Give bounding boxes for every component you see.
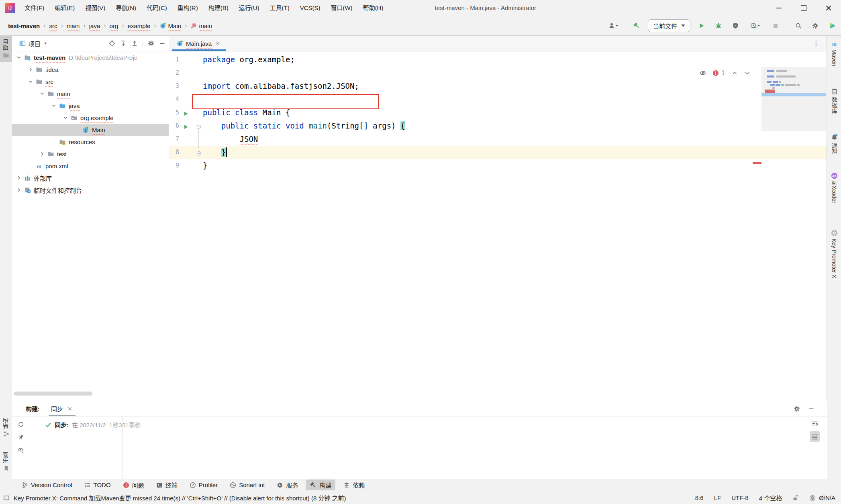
filter-view-button[interactable] <box>18 447 24 453</box>
menu-item-10[interactable]: 窗口(W) <box>325 0 357 16</box>
aixcoder-status-widget[interactable]: Ø/N/A <box>809 494 835 501</box>
fold-marker[interactable] <box>196 123 202 130</box>
breadcrumb-Main[interactable]: cMain <box>160 22 182 29</box>
menu-item-0[interactable]: 文件(F) <box>19 0 49 16</box>
close-window-button[interactable] <box>816 0 841 16</box>
breadcrumb-java[interactable]: java <box>89 22 100 29</box>
ai-plugin-button[interactable] <box>827 20 838 31</box>
hide-build-panel-button[interactable] <box>808 406 814 412</box>
build-project-button[interactable] <box>631 20 642 31</box>
panel-divider[interactable] <box>122 416 123 480</box>
breadcrumb-main[interactable]: mmain <box>190 22 212 29</box>
tree-chevron[interactable] <box>14 187 23 193</box>
tree-item-外部库[interactable]: 外部库 <box>12 172 169 184</box>
horizontal-scrollbar[interactable] <box>14 392 92 396</box>
profile-user-button[interactable] <box>608 20 619 31</box>
hide-panel-button[interactable] <box>159 40 165 47</box>
close-tab-button[interactable] <box>214 40 221 47</box>
tree-chevron[interactable] <box>26 79 35 84</box>
tree-chevron[interactable] <box>49 103 58 108</box>
minimize-button[interactable] <box>766 0 791 16</box>
menu-item-8[interactable]: 工具(T) <box>264 0 294 16</box>
menu-item-2[interactable]: 视图(V) <box>80 0 110 16</box>
run-with-coverage-button[interactable] <box>730 20 741 31</box>
pin-button[interactable] <box>18 434 24 441</box>
menu-item-7[interactable]: 运行(U) <box>234 0 265 16</box>
line-separator-widget[interactable]: LF <box>714 494 721 501</box>
menu-item-11[interactable]: 帮助(H) <box>358 0 389 16</box>
stop-button[interactable] <box>770 20 781 31</box>
settings-button[interactable] <box>810 20 821 31</box>
toolwindow-button-Profiler[interactable]: Profiler <box>186 480 222 490</box>
tree-chevron[interactable] <box>38 91 47 96</box>
code-line-8[interactable]: 8 } <box>169 146 827 159</box>
editor-options-kebab-icon[interactable]: ⋮ <box>812 39 819 47</box>
locate-file-button[interactable] <box>109 40 115 47</box>
tree-chevron[interactable] <box>38 151 47 157</box>
tree-item-.idea[interactable]: .idea <box>12 63 169 75</box>
code-minimap[interactable] <box>761 67 826 131</box>
code-line-3[interactable]: 3import com.alibaba.fastjson2.JSON; <box>169 80 827 93</box>
caret-position-widget[interactable]: 8:6 <box>695 494 704 501</box>
toolwindow-button-Version Control[interactable]: Version Control <box>18 480 76 490</box>
fold-marker[interactable] <box>196 149 202 157</box>
stripe-button-Maven[interactable]: mMaven <box>827 37 841 69</box>
toolwindow-button-终端[interactable]: 终端 <box>152 480 182 490</box>
close-tab-button[interactable] <box>67 406 73 412</box>
toolwindow-button-TODO[interactable]: TODO <box>80 480 115 490</box>
menu-item-4[interactable]: 代码(C) <box>141 0 172 16</box>
stripe-button-Key Promoter X[interactable]: Key Promoter X <box>827 226 841 282</box>
stripe-button-结构[interactable]: 结构 <box>0 414 12 440</box>
menu-item-9[interactable]: VCS(S) <box>295 0 326 16</box>
breadcrumb-src[interactable]: src <box>49 22 57 29</box>
tree-item-test[interactable]: test <box>12 148 169 160</box>
previous-error-button[interactable] <box>731 70 738 76</box>
next-error-button[interactable] <box>744 70 751 76</box>
encoding-widget[interactable]: UTF-8 <box>731 494 749 501</box>
run-configuration-select[interactable]: 当前文件 <box>648 19 690 32</box>
tree-item-java[interactable]: java <box>12 100 169 112</box>
collapse-all-button[interactable] <box>131 40 138 47</box>
run-gutter-button[interactable] <box>183 123 189 130</box>
error-stripe-mark[interactable] <box>753 162 761 164</box>
error-count-badge[interactable]: 1 <box>712 69 725 77</box>
tree-item-src[interactable]: src <box>12 75 169 88</box>
breadcrumb-main[interactable]: main <box>67 22 80 29</box>
code-line-1[interactable]: 1package org.example; <box>169 53 827 66</box>
unlock-icon[interactable] <box>792 495 799 501</box>
refresh-button[interactable] <box>18 421 24 428</box>
search-everywhere-button[interactable] <box>793 20 804 31</box>
maximize-button[interactable] <box>791 0 816 16</box>
highlighting-level-button[interactable] <box>700 70 706 76</box>
stripe-button-书签[interactable]: 书签 <box>0 449 12 475</box>
debug-button[interactable] <box>713 20 724 31</box>
stripe-button-项目[interactable]: 项目 <box>0 36 12 62</box>
stripe-button-aiXcoder[interactable]: aXaiXcoder <box>827 169 841 206</box>
tab-main-java[interactable]: c Main.java <box>172 36 226 51</box>
menu-item-6[interactable]: 构建(B) <box>203 0 234 16</box>
menu-item-5[interactable]: 重构(R) <box>172 0 203 16</box>
tree-item-org.example[interactable]: org.example <box>12 112 169 124</box>
tab-sync[interactable]: 同步 <box>51 401 73 416</box>
project-view-select[interactable]: 项目 <box>19 39 47 48</box>
project-options-button[interactable] <box>148 40 154 47</box>
stripe-button-数据库[interactable]: 数据库 <box>827 85 841 117</box>
tree-chevron[interactable] <box>26 67 35 72</box>
breadcrumb-example[interactable]: example <box>128 22 151 29</box>
tree-item-临时文件和控制台[interactable]: 临时文件和控制台 <box>12 184 169 196</box>
run-gutter-button[interactable] <box>183 110 189 117</box>
run-button[interactable] <box>696 20 707 31</box>
tree-chevron[interactable] <box>61 115 70 120</box>
toolwindow-button-SonarLint[interactable]: SonarLint <box>226 480 269 490</box>
soft-wrap-button[interactable] <box>812 420 818 427</box>
tree-item-Main[interactable]: cMain <box>12 124 169 136</box>
build-settings-button[interactable] <box>794 406 800 412</box>
code-line-6[interactable]: 6 public static void main(String[] args)… <box>169 119 827 133</box>
toolwindow-button-构建[interactable]: 构建 <box>306 480 335 490</box>
menu-item-3[interactable]: 导航(N) <box>110 0 141 16</box>
toolwindow-button-依赖[interactable]: 依赖 <box>339 480 369 490</box>
indent-widget[interactable]: 4 个空格 <box>759 494 782 502</box>
toolwindow-button-问题[interactable]: 问题 <box>119 480 148 490</box>
breadcrumb-test-maven[interactable]: test-maven <box>8 22 40 29</box>
tree-item-main[interactable]: main <box>12 88 169 100</box>
